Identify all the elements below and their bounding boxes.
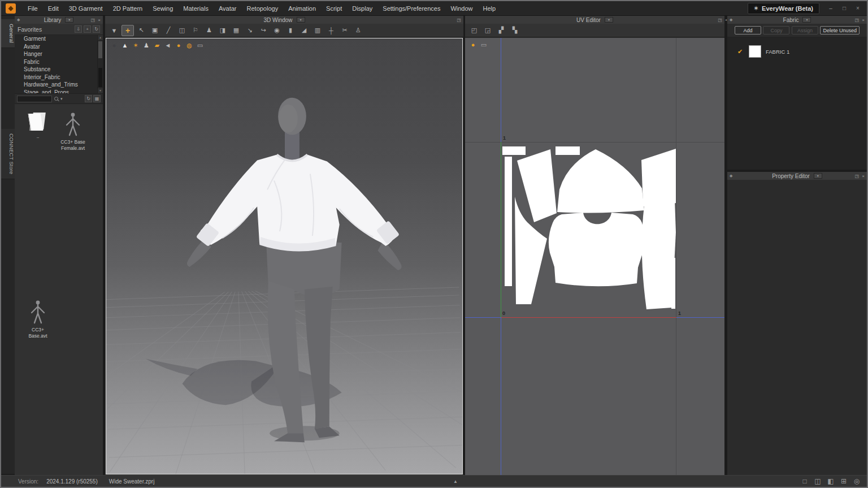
layout-reset-icon[interactable]: ◎ xyxy=(852,477,861,485)
menu-item[interactable]: Settings/Preferences xyxy=(377,1,445,16)
uv-view-mode-tool[interactable]: ◰ xyxy=(468,25,480,36)
menu-item[interactable]: 2D Pattern xyxy=(108,1,148,16)
menu-item[interactable]: Sewing xyxy=(147,1,178,16)
detach-panel-icon[interactable]: ◳ xyxy=(855,18,860,23)
library-scrollbar[interactable]: ▲ ▼ xyxy=(97,35,102,93)
uv-pack-tool[interactable]: ▚ xyxy=(509,25,521,36)
copy-fabric-button[interactable]: Copy xyxy=(763,26,789,34)
sculpt-tool[interactable]: ↪ xyxy=(257,25,270,36)
arrange-points-tool[interactable]: ⚐ xyxy=(189,25,202,36)
assign-fabric-button[interactable]: Assign xyxy=(792,26,818,34)
library-item-cc3-base-female[interactable]: CC3+ BaseFemale.avt xyxy=(55,112,90,287)
fabric-roll-tool[interactable]: ▥ xyxy=(311,25,324,36)
view-mode-icon[interactable]: ▦ xyxy=(93,95,101,102)
show-garment-icon[interactable]: ▲ xyxy=(121,41,129,49)
fabric-swatch[interactable] xyxy=(749,45,761,58)
tape-measure-icon[interactable]: ▭ xyxy=(196,41,204,49)
menu-item[interactable]: Window xyxy=(445,1,478,16)
panel-dropdown-icon[interactable]: ▾ xyxy=(297,17,305,23)
close-panel-icon[interactable]: × xyxy=(862,18,865,23)
tab-connect-store[interactable]: CONNECT Store xyxy=(1,129,15,179)
menu-item[interactable]: Materials xyxy=(178,1,214,16)
panel-dropdown-icon[interactable]: ▾ xyxy=(802,17,811,23)
fold-arrangement-tool[interactable]: ◫ xyxy=(176,25,188,36)
library-folder[interactable]: Avatar xyxy=(15,43,103,51)
library-folder[interactable]: Garment xyxy=(15,35,103,43)
pick-tack-tool[interactable]: ↘ xyxy=(244,25,256,36)
library-item-cc3-base[interactable]: CC3+Base.avt xyxy=(20,300,55,475)
show-head-icon[interactable]: ● xyxy=(175,41,183,49)
library-folder[interactable]: Interior_Fabric xyxy=(15,74,103,81)
scrollbar-thumb[interactable] xyxy=(98,41,102,58)
avatar-arrows-tool[interactable]: ♟ xyxy=(203,25,215,36)
menu-item[interactable]: Retopology xyxy=(242,1,284,16)
3d-viewport[interactable]: ●▲✶♟▰◄●◍▭ xyxy=(106,38,463,474)
layout-three-pane-icon[interactable]: ◧ xyxy=(826,477,835,485)
show-fabric-icon[interactable]: ▰ xyxy=(153,41,161,49)
close-button[interactable]: × xyxy=(854,5,861,11)
pin-tool[interactable]: ╱ xyxy=(162,25,175,36)
search-icon[interactable] xyxy=(54,97,58,101)
search-input[interactable] xyxy=(17,96,52,102)
menu-item[interactable]: Edit xyxy=(43,1,64,16)
library-folder[interactable]: Substance xyxy=(15,66,103,74)
steam-iron-tool[interactable]: ◢ xyxy=(298,25,310,36)
refresh-icon[interactable]: ↻ xyxy=(93,25,100,33)
menu-item[interactable]: Script xyxy=(321,1,347,16)
scroll-down-icon[interactable]: ▼ xyxy=(98,88,103,93)
render-style-icon[interactable]: ● xyxy=(110,41,118,49)
detach-panel-icon[interactable]: ◳ xyxy=(718,18,722,23)
download-icon[interactable]: ⇩ xyxy=(75,25,82,33)
walk-pose-tool[interactable]: ♙ xyxy=(352,25,364,36)
uv-arrange-tool[interactable]: ▞ xyxy=(495,25,507,36)
zipper-tool[interactable]: ▮ xyxy=(284,25,297,36)
close-panel-icon[interactable]: × xyxy=(862,174,865,179)
library-item-parent-folder[interactable]: .. xyxy=(20,112,55,287)
library-folder[interactable]: Fabric xyxy=(15,58,103,66)
layout-single-icon[interactable]: □ xyxy=(800,477,809,485)
dock-pin-icon[interactable]: ◆ xyxy=(17,18,20,22)
dock-pin-icon[interactable]: ◆ xyxy=(730,174,732,178)
search-filter-caret-icon[interactable]: ▾ xyxy=(60,97,63,101)
add-folder-icon[interactable]: + xyxy=(84,25,91,33)
library-folder[interactable]: Stage_and_Props xyxy=(15,89,103,94)
library-folder[interactable]: Hardware_and_Trims xyxy=(15,81,103,89)
select-garment-tool[interactable]: ▣ xyxy=(149,25,161,36)
expand-panel-icon[interactable]: ▲ xyxy=(453,479,458,484)
detach-panel-icon[interactable]: ◳ xyxy=(457,18,461,23)
menu-item[interactable]: Animation xyxy=(283,1,321,16)
uv-pattern-pieces[interactable] xyxy=(501,142,676,317)
layout-two-pane-icon[interactable]: ◫ xyxy=(813,477,822,485)
panel-dropdown-icon[interactable]: ▾ xyxy=(605,17,613,23)
check-icon[interactable]: ✔ xyxy=(737,48,744,55)
select-move-tool[interactable]: ↖ xyxy=(135,25,147,36)
simulate-mesh-tool[interactable]: ▦ xyxy=(230,25,242,36)
close-panel-icon[interactable]: × xyxy=(98,18,101,23)
panel-dropdown-icon[interactable]: ▾ xyxy=(65,17,73,23)
panel-dropdown-icon[interactable]: ▾ xyxy=(814,173,822,179)
show-arrangement-icon[interactable]: ◄ xyxy=(164,41,172,49)
add-fabric-button[interactable]: Add xyxy=(735,26,761,34)
everywear-button[interactable]: ✶ EveryWear (Beta) xyxy=(748,3,819,14)
detach-panel-icon[interactable]: ◳ xyxy=(855,174,860,179)
uv-viewport[interactable]: ●▭ 1 0 1 xyxy=(465,38,724,475)
measure-tool[interactable]: ┼ xyxy=(325,25,337,36)
fabric-item-1[interactable]: ✔ FABRIC 1 xyxy=(727,41,867,62)
layout-grid-icon[interactable]: ⊞ xyxy=(839,477,848,485)
menu-item[interactable]: File xyxy=(23,1,43,16)
scissors-tool[interactable]: ✂ xyxy=(338,25,351,36)
tab-general[interactable]: General xyxy=(1,19,15,48)
uv-snapshot-tool[interactable]: ◲ xyxy=(481,25,494,36)
restore-button[interactable]: □ xyxy=(841,5,848,11)
menu-item[interactable]: Help xyxy=(478,1,501,16)
minimize-button[interactable]: – xyxy=(827,5,834,11)
point-light-tool[interactable]: ◉ xyxy=(271,25,283,36)
menu-item[interactable]: Avatar xyxy=(214,1,242,16)
detach-panel-icon[interactable]: ◳ xyxy=(91,18,96,23)
show-world-icon[interactable]: ◍ xyxy=(185,41,193,49)
gizmo-mode-tool[interactable]: ▼ xyxy=(108,25,120,36)
scroll-up-icon[interactable]: ▲ xyxy=(98,35,103,40)
splitter-collapse-icon[interactable]: ◂ xyxy=(725,18,727,21)
show-pattern-icon[interactable]: ✶ xyxy=(132,41,140,49)
show-avatar-icon[interactable]: ♟ xyxy=(142,41,150,49)
